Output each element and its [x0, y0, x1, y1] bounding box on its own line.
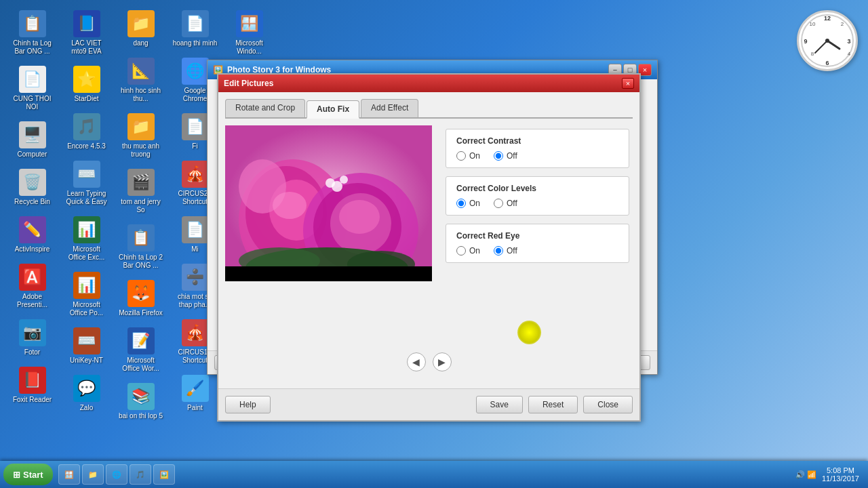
correct-contrast-off-option[interactable]: Off — [494, 151, 517, 161]
correct-contrast-off-radio[interactable] — [494, 151, 503, 161]
photo-container — [225, 125, 432, 281]
tab-rotate-crop[interactable]: Rotate and Crop — [225, 99, 305, 117]
correct-color-on-option[interactable]: On — [456, 199, 480, 208]
taskbar-item-folder[interactable]: 📁 — [82, 464, 104, 485]
desktop-icon-zalo[interactable]: 💬 Zalo — [61, 371, 112, 415]
next-photo-button[interactable]: ▶ — [433, 352, 452, 371]
desktop-icon-fotor[interactable]: 📷 Fotor — [7, 316, 58, 360]
taskbar-items: 🪟 📁 🌐 🎵 🖼️ — [58, 464, 790, 485]
desktop-icon-typing[interactable]: ⌨️ Learn Typing Quick & Easy — [61, 157, 112, 209]
taskbar-clock: 5:08 PM 11/13/2017 — [822, 466, 859, 483]
correct-red-eye-off-option[interactable]: Off — [494, 246, 517, 256]
correct-color-on-label: On — [469, 199, 480, 208]
edit-dialog-content: Correct Contrast On Off — [225, 125, 633, 342]
edit-dialog-close-button[interactable]: × — [622, 78, 634, 89]
correct-red-eye-on-radio[interactable] — [456, 246, 466, 256]
save-button[interactable]: Save — [476, 396, 523, 413]
correct-color-on-radio[interactable] — [456, 199, 466, 208]
desktop-icon-hoang-thi[interactable]: 📄 hoang thi minh — [170, 7, 220, 51]
desktop-icon-cung-thoi[interactable]: 📄 CUNG THOI NOI — [7, 62, 58, 115]
desktop-icon-unikey[interactable]: ⌨️ UniKey-NT — [61, 324, 112, 368]
taskbar-item-media[interactable]: 🎵 — [130, 464, 151, 485]
start-logo: ⊞ — [13, 470, 20, 480]
prev-photo-button[interactable]: ◀ — [407, 352, 426, 371]
desktop-icon-recycle[interactable]: 🗑️ Recycle Bin — [7, 165, 58, 209]
taskbar-item-ie[interactable]: 🌐 — [106, 464, 127, 485]
desktop-icon-ms-word[interactable]: 📝 Microsoft Office Wor... — [115, 324, 166, 376]
correct-red-eye-radio-row: On Off — [456, 246, 618, 256]
correct-contrast-on-radio[interactable] — [456, 151, 466, 161]
system-tray-icons: 🔊 📶 — [795, 470, 816, 479]
desktop-icon-activinspire[interactable]: ✏️ ActivInspire — [7, 213, 58, 257]
desktop-icon-ms-ppt[interactable]: 📊 Microsoft Office Po... — [61, 268, 112, 321]
edit-pictures-dialog: Edit Pictures × Rotate and Crop Auto Fix… — [217, 73, 641, 422]
tab-auto-fix[interactable]: Auto Fix — [307, 100, 359, 119]
correct-contrast-on-option[interactable]: On — [456, 151, 480, 161]
edit-dialog-footer: Help Save Reset Close — [218, 388, 639, 420]
svg-text:9: 9 — [804, 38, 807, 45]
desktop-icon-ms-excel[interactable]: 📊 Microsoft Office Exc... — [61, 213, 112, 265]
photo-preview-area — [225, 125, 435, 342]
desktop-icon-foxit[interactable]: 📕 Foxit Reader — [7, 363, 58, 407]
desktop-icon-thu-muc[interactable]: 📁 thu muc anh truong — [115, 110, 166, 162]
correct-contrast-off-label: Off — [507, 151, 517, 161]
desktop-icon-stardiet[interactable]: ⭐ StarDiet — [61, 62, 112, 106]
start-button[interactable]: ⊞ Start — [3, 464, 53, 485]
taskbar-item-photo[interactable]: 🖼️ — [153, 464, 175, 485]
svg-text:6: 6 — [825, 60, 829, 66]
taskbar-time: 5:08 PM — [822, 466, 859, 474]
footer-right-buttons: Save Reset Close — [476, 396, 633, 413]
correct-color-off-option[interactable]: Off — [494, 199, 517, 208]
correct-contrast-radio-row: On Off — [456, 151, 618, 161]
tab-add-effect[interactable]: Add Effect — [361, 99, 418, 117]
desktop-icon-hinh-hoc[interactable]: 📐 hinh hoc sinh thu... — [115, 54, 166, 106]
edit-dialog-titlebar: Edit Pictures × — [218, 75, 639, 92]
desktop-icon-computer[interactable]: 🖥️ Computer — [7, 118, 58, 162]
taskbar-item-start[interactable]: 🪟 — [58, 464, 80, 485]
taskbar-right: 🔊 📶 5:08 PM 11/13/2017 — [790, 466, 865, 483]
correct-red-eye-off-radio[interactable] — [494, 246, 503, 256]
reset-button[interactable]: Reset — [528, 396, 578, 413]
correct-red-eye-on-label: On — [469, 246, 480, 256]
desktop-icon-ms-windo[interactable]: 🪟 Microsoft Windo... — [224, 7, 275, 59]
desktop-icon-adobe[interactable]: 🅰️ Adobe Presenti... — [7, 260, 58, 312]
correct-contrast-on-label: On — [469, 151, 480, 161]
correct-contrast-title: Correct Contrast — [456, 136, 618, 146]
edit-dialog-tab-bar: Rotate and Crop Auto Fix Add Effect — [225, 99, 633, 119]
svg-text:12: 12 — [824, 15, 831, 22]
correct-red-eye-on-option[interactable]: On — [456, 246, 480, 256]
taskbar-date: 11/13/2017 — [822, 474, 859, 483]
desktop-icon-chinh-ta-2[interactable]: 📋 Chinh ta Lop 2 Bar ONG ... — [115, 221, 166, 273]
desktop-icon-chinh-ta-log[interactable]: 📋 Chinh ta Log Bar ONG ... — [7, 7, 58, 59]
svg-point-26 — [273, 192, 307, 219]
svg-text:10: 10 — [810, 21, 816, 27]
svg-text:4: 4 — [848, 51, 851, 57]
svg-point-21 — [340, 176, 348, 184]
desktop-icon-mozilla[interactable]: 🦊 Mozilla Firefox — [115, 277, 166, 321]
photo-image — [225, 125, 432, 281]
close-button[interactable]: Close — [583, 396, 633, 413]
desktop-icon-paint[interactable]: 🖌️ Paint — [170, 371, 220, 415]
help-button[interactable]: Help — [225, 396, 271, 413]
desktop-icon-area: 📋 Chinh ta Log Bar ONG ... 📄 CUNG THOI N… — [0, 0, 210, 434]
desktop-icon-bai-on[interactable]: 📚 bai on thi lop 5 — [115, 380, 166, 424]
correct-color-off-radio[interactable] — [494, 199, 503, 208]
desktop-icon-lac-viet[interactable]: 📘 LAC VIET mto9 EVA — [61, 7, 112, 59]
photo-navigation: ◀ ▶ — [225, 342, 633, 382]
auto-fix-controls: Correct Contrast On Off — [442, 125, 633, 342]
correct-color-levels-title: Correct Color Levels — [456, 184, 618, 193]
svg-text:8: 8 — [811, 51, 814, 57]
svg-point-11 — [825, 39, 829, 43]
svg-text:3: 3 — [847, 38, 850, 45]
correct-color-levels-group: Correct Color Levels On Off — [446, 176, 629, 216]
desktop-icon-tom-jerry[interactable]: 🎬 tom and jerry So — [115, 165, 166, 218]
clock-widget: 12 3 6 9 2 4 8 10 — [797, 10, 858, 71]
edit-dialog-body: Rotate and Crop Auto Fix Add Effect — [218, 92, 639, 388]
correct-red-eye-group: Correct Red Eye On Off — [446, 224, 629, 263]
desktop: 📋 Chinh ta Log Bar ONG ... 📄 CUNG THOI N… — [0, 0, 868, 488]
correct-color-off-label: Off — [507, 199, 517, 208]
desktop-icon-dang[interactable]: 📁 dang — [115, 7, 166, 51]
desktop-icon-encore[interactable]: 🎵 Encore 4.5.3 — [61, 110, 112, 154]
correct-contrast-group: Correct Contrast On Off — [446, 129, 629, 168]
correct-red-eye-title: Correct Red Eye — [456, 231, 618, 241]
